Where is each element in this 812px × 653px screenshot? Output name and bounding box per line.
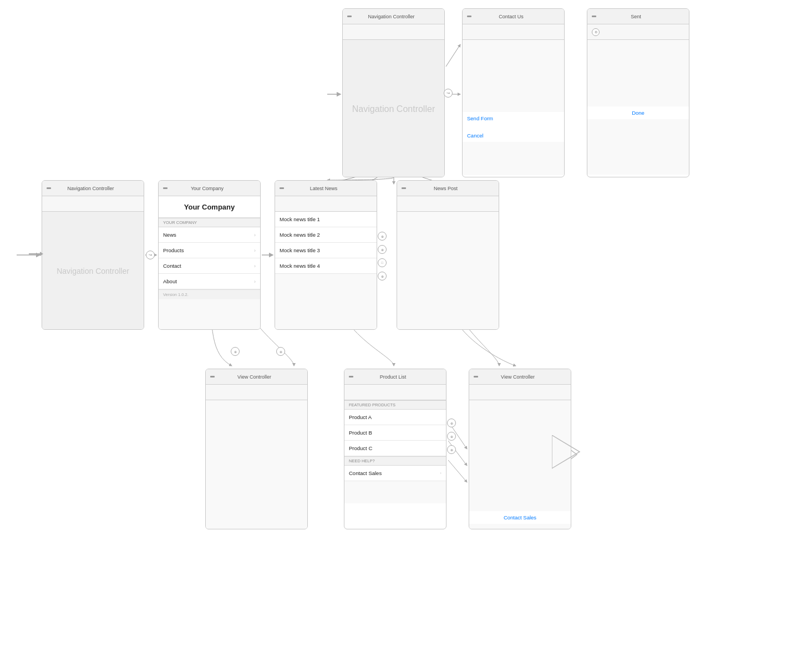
vc-left-header: View Controller	[206, 369, 307, 385]
vc-right-nav-bar	[469, 385, 571, 400]
latest-news-title: Latest News	[284, 186, 363, 191]
segue-4: ⊕	[378, 272, 387, 280]
left-nav-title: Navigation Controller	[51, 186, 130, 191]
product-list-dots	[349, 376, 353, 377]
news-post-title: News Post	[406, 186, 485, 191]
contact-nav-bar	[463, 24, 564, 40]
list-item-news[interactable]: News ›	[159, 227, 260, 243]
version-footer: Version 1.0.2.	[159, 289, 260, 299]
header-dots	[347, 16, 352, 17]
top-nav-bar	[343, 24, 444, 40]
your-company-section: YOUR COMPANY	[159, 218, 260, 227]
list-item-products[interactable]: Products ›	[159, 243, 260, 258]
list-item-about[interactable]: About ›	[159, 274, 260, 289]
sent-title: Sent	[596, 14, 676, 19]
vc-right-dots	[474, 376, 478, 377]
contact-sales-link[interactable]: Contact Sales	[469, 511, 571, 524]
latest-news-dots	[280, 187, 284, 189]
company-title-bar: Your Company	[159, 196, 260, 218]
news-item-1[interactable]: Mock news title 1	[275, 212, 377, 227]
contact-us-header: Contact Us	[463, 9, 564, 24]
need-help-section: NEED HELP?	[344, 456, 446, 466]
left-nav-dots	[47, 187, 51, 189]
contact-header-dots	[467, 16, 471, 17]
latest-news-nav-bar	[275, 196, 377, 212]
contact-us-frame: Contact Us Send Form Cancel	[462, 8, 565, 177]
triangle-shape	[552, 435, 582, 474]
latest-news-frame: Latest News Mock news title 1 Mock news …	[275, 180, 377, 330]
latest-news-header: Latest News	[275, 181, 377, 196]
product-a-item[interactable]: Product A	[344, 410, 446, 425]
segue-2: ⊕	[378, 245, 387, 254]
product-list-header: Product List	[344, 369, 446, 385]
contact-sales-item[interactable]: Contact Sales ›	[344, 466, 446, 481]
your-company-title: Your Company	[168, 186, 247, 191]
product-list-title: Product List	[353, 374, 433, 380]
left-nav-header: Navigation Controller	[42, 181, 144, 196]
news-post-header: News Post	[397, 181, 499, 196]
news-post-dots	[402, 187, 406, 189]
news-post-frame: News Post	[397, 180, 499, 330]
list-item-contact[interactable]: Contact ›	[159, 258, 260, 274]
sent-header-dots	[592, 16, 596, 17]
vc-right-header: View Controller	[469, 369, 571, 385]
segue-1: ⊕	[378, 232, 387, 241]
company-segue-2: ⊕	[276, 347, 285, 356]
product-c-item[interactable]: Product C	[344, 441, 446, 456]
cancel-link[interactable]: Cancel	[463, 129, 564, 142]
send-form-link[interactable]: Send Form	[463, 112, 564, 125]
featured-products-section: FEATURED PRODUCTS	[344, 400, 446, 410]
nav-segue: ↝	[146, 251, 155, 259]
left-nav-controller-frame: Navigation Controller Navigation Control…	[42, 180, 144, 330]
top-nav-controller-frame: Navigation Controller Navigation Control…	[342, 8, 445, 177]
sent-header: Sent	[587, 9, 689, 24]
news-post-nav-bar	[397, 196, 499, 212]
view-controller-left-frame: View Controller	[205, 369, 308, 529]
product-segue-1: ⊕	[447, 419, 456, 427]
product-b-item[interactable]: Product B	[344, 425, 446, 441]
company-segue-1: ⊕	[231, 347, 240, 356]
vc-right-title: View Controller	[478, 374, 557, 380]
contact-us-title: Contact Us	[471, 14, 551, 19]
top-nav-label: Navigation Controller	[352, 40, 435, 177]
done-link[interactable]: Done	[587, 106, 689, 119]
vc-left-title: View Controller	[215, 374, 294, 380]
left-nav-label: Navigation Controller	[57, 267, 129, 276]
your-company-dots	[163, 187, 168, 189]
entry-arrow	[29, 252, 43, 256]
product-list-nav-bar	[344, 385, 446, 400]
news-item-4[interactable]: Mock news title 4	[275, 258, 377, 274]
your-company-header: Your Company	[159, 181, 260, 196]
product-segue-2: ⊕	[447, 432, 456, 441]
sent-nav-bar: ⚙	[587, 24, 689, 40]
company-heading: Your Company	[184, 203, 235, 211]
news-item-2[interactable]: Mock news title 2	[275, 227, 377, 243]
your-company-frame: Your Company Your Company YOUR COMPANY N…	[158, 180, 261, 330]
top-nav-segue: ↝	[444, 89, 453, 98]
segue-3: □	[378, 258, 387, 267]
sent-frame: Sent ⚙ Done	[587, 8, 689, 177]
vc-left-dots	[210, 376, 215, 377]
product-segue-3: ⊕	[447, 445, 456, 454]
vc-left-nav-bar	[206, 385, 307, 400]
news-item-3[interactable]: Mock news title 3	[275, 243, 377, 258]
top-nav-controller-header: Navigation Controller	[343, 9, 444, 24]
top-nav-controller-title: Navigation Controller	[352, 14, 431, 19]
product-list-frame: Product List FEATURED PRODUCTS Product A…	[344, 369, 446, 529]
left-nav-bar	[42, 196, 144, 212]
svg-line-3	[446, 44, 460, 67]
